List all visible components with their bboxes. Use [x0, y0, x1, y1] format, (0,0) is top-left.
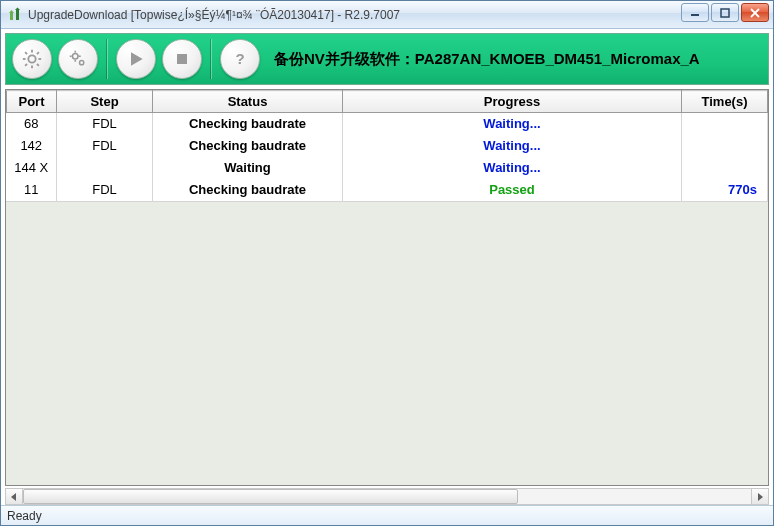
col-header-status[interactable]: Status	[153, 91, 343, 113]
window-title: UpgradeDownload [Topwise¿Í»§Éý¼¶¹¤¾ ¨ÓÃ2…	[28, 8, 400, 22]
title-bar[interactable]: UpgradeDownload [Topwise¿Í»§Éý¼¶¹¤¾ ¨ÓÃ2…	[1, 1, 773, 29]
svg-marker-22	[11, 493, 16, 501]
svg-line-10	[37, 64, 39, 66]
cell-time	[682, 135, 768, 157]
col-header-time[interactable]: Time(s)	[682, 91, 768, 113]
cell-step	[57, 157, 153, 179]
toolbar-info-text: 备份NV并升级软件：PA287AN_KMOEB_DM451_Micromax_A	[266, 39, 762, 79]
help-button[interactable]: ?	[220, 39, 260, 79]
table-row[interactable]: 11FDLChecking baudratePassed770s	[7, 179, 768, 201]
start-button[interactable]	[116, 39, 156, 79]
app-window: UpgradeDownload [Topwise¿Í»§Éý¼¶¹¤¾ ¨ÓÃ2…	[0, 0, 774, 526]
cell-status: Waiting	[153, 157, 343, 179]
cell-port: 144 X	[7, 157, 57, 179]
scroll-right-button[interactable]	[751, 489, 768, 504]
cell-time	[682, 113, 768, 135]
svg-point-14	[80, 61, 84, 65]
horizontal-scrollbar[interactable]	[5, 488, 769, 505]
stop-button[interactable]	[162, 39, 202, 79]
cell-port: 11	[7, 179, 57, 201]
cell-progress: Waiting...	[343, 113, 682, 135]
close-icon	[750, 8, 760, 18]
svg-marker-19	[131, 52, 143, 65]
svg-rect-0	[691, 14, 699, 16]
table-row[interactable]: 144 XWaitingWaiting...	[7, 157, 768, 179]
device-table-container: Port Step Status Progress Time(s) 68FDLC…	[5, 89, 769, 486]
device-table: Port Step Status Progress Time(s) 68FDLC…	[6, 90, 768, 201]
gear-icon	[21, 48, 43, 70]
chevron-left-icon	[10, 493, 18, 501]
col-header-progress[interactable]: Progress	[343, 91, 682, 113]
svg-line-11	[37, 52, 39, 54]
table-empty-area	[6, 201, 768, 486]
close-button[interactable]	[741, 3, 769, 22]
svg-point-13	[73, 54, 79, 60]
svg-line-9	[25, 52, 27, 54]
cell-progress: Waiting...	[343, 157, 682, 179]
cell-step: FDL	[57, 113, 153, 135]
question-icon: ?	[230, 49, 250, 69]
cell-step: FDL	[57, 135, 153, 157]
gears-icon	[67, 48, 89, 70]
settings-button[interactable]	[12, 39, 52, 79]
chevron-right-icon	[756, 493, 764, 501]
cell-time	[682, 157, 768, 179]
table-row[interactable]: 68FDLChecking baudrateWaiting...	[7, 113, 768, 135]
col-header-step[interactable]: Step	[57, 91, 153, 113]
cell-step: FDL	[57, 179, 153, 201]
play-icon	[126, 49, 146, 69]
svg-rect-20	[177, 54, 187, 64]
maximize-icon	[720, 8, 730, 18]
cell-status: Checking baudrate	[153, 113, 343, 135]
status-text: Ready	[7, 509, 42, 523]
toolbar: ? 备份NV并升级软件：PA287AN_KMOEB_DM451_Micromax…	[5, 33, 769, 85]
scroll-left-button[interactable]	[6, 489, 23, 504]
toolbar-separator	[106, 39, 108, 79]
stop-icon	[172, 49, 192, 69]
cell-status: Checking baudrate	[153, 179, 343, 201]
cell-progress: Passed	[343, 179, 682, 201]
status-bar: Ready	[1, 505, 773, 525]
table-header-row: Port Step Status Progress Time(s)	[7, 91, 768, 113]
cell-port: 142	[7, 135, 57, 157]
table-body: 68FDLChecking baudrateWaiting...142FDLCh…	[7, 113, 768, 201]
options-button[interactable]	[58, 39, 98, 79]
app-icon	[7, 7, 23, 23]
table-row[interactable]: 142FDLChecking baudrateWaiting...	[7, 135, 768, 157]
svg-point-4	[28, 55, 35, 62]
cell-port: 68	[7, 113, 57, 135]
scroll-track[interactable]	[23, 489, 751, 504]
minimize-icon	[690, 8, 700, 18]
cell-status: Checking baudrate	[153, 135, 343, 157]
scroll-thumb[interactable]	[23, 489, 518, 504]
minimize-button[interactable]	[681, 3, 709, 22]
maximize-button[interactable]	[711, 3, 739, 22]
toolbar-separator	[210, 39, 212, 79]
window-controls	[681, 3, 769, 22]
cell-time: 770s	[682, 179, 768, 201]
svg-line-12	[25, 64, 27, 66]
svg-text:?: ?	[235, 50, 244, 67]
svg-rect-1	[721, 9, 729, 17]
svg-marker-23	[758, 493, 763, 501]
col-header-port[interactable]: Port	[7, 91, 57, 113]
cell-progress: Waiting...	[343, 135, 682, 157]
